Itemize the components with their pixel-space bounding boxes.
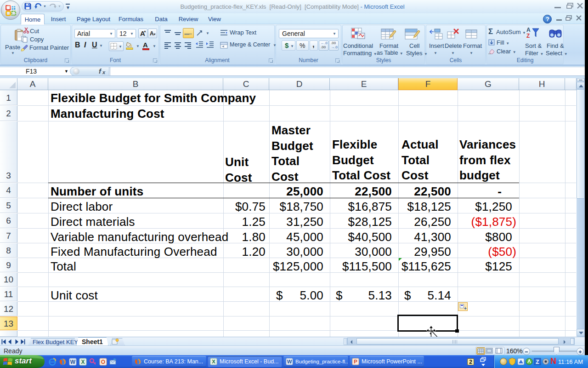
svg-text:Z: Z	[536, 359, 539, 365]
svg-text:P: P	[354, 359, 357, 364]
svg-text:X: X	[212, 359, 215, 364]
svg-text:X: X	[81, 359, 85, 365]
svg-text:W: W	[287, 359, 292, 364]
svg-text:W: W	[70, 359, 76, 365]
svg-text:O: O	[101, 359, 105, 365]
